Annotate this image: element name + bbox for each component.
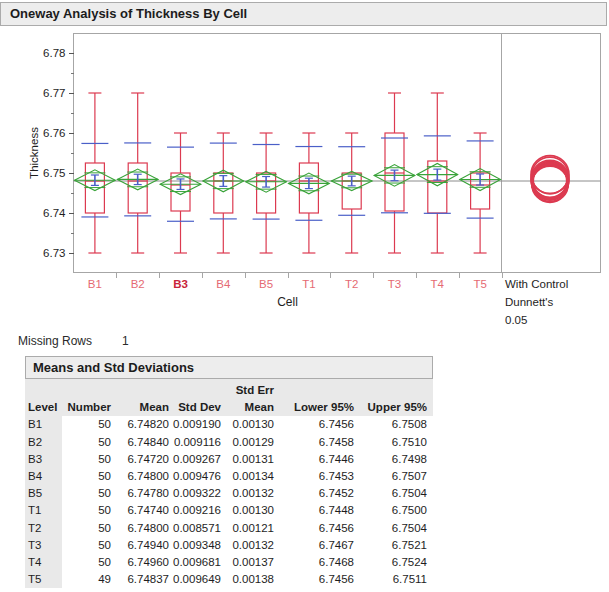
value-cell: 0.00121 <box>224 520 277 537</box>
value-cell: 6.7524 <box>357 554 430 571</box>
means-table-panel: Means and Std Deviations Std ErrLevelNum… <box>25 356 433 588</box>
table-row: B2506.748400.0091160.001296.74586.7510 <box>25 434 433 451</box>
boxplot-group-B4[interactable] <box>203 133 244 253</box>
table-row: B4506.748000.0094760.001346.74536.7507 <box>25 468 433 485</box>
x-tick-label-T5[interactable]: T5 <box>473 278 486 290</box>
means-table-body: B1506.748200.0091900.001306.74566.7508B2… <box>25 416 433 588</box>
boxplot-group-T4[interactable] <box>417 93 458 253</box>
value-cell: 6.7453 <box>277 468 357 485</box>
value-cell: Mean <box>114 399 172 416</box>
table-row: B3506.747200.0092670.001316.74466.7498 <box>25 451 433 468</box>
value-cell: 0.009267 <box>172 451 224 468</box>
value-cell: 6.7456 <box>277 571 357 588</box>
y-tick-label: 6.75 <box>43 167 65 179</box>
value-cell: 6.74800 <box>114 468 172 485</box>
x-tick-label-B4[interactable]: B4 <box>216 278 231 290</box>
x-tick-label-T2[interactable]: T2 <box>345 278 358 290</box>
boxplot-group-T2[interactable] <box>331 133 372 253</box>
table-row: B1506.748200.0091900.001306.74566.7508 <box>25 416 433 433</box>
x-tick-label-T3[interactable]: T3 <box>388 278 401 290</box>
value-cell: 50 <box>62 485 114 502</box>
value-cell <box>62 382 114 399</box>
value-cell: Upper 95% <box>357 399 430 416</box>
value-cell: 0.009476 <box>172 468 224 485</box>
value-cell: Std Err <box>224 382 277 399</box>
level-cell: T5 <box>25 571 62 588</box>
value-cell: 6.74720 <box>114 451 172 468</box>
boxplot-group-T1[interactable] <box>289 133 330 253</box>
value-cell: 0.00129 <box>224 434 277 451</box>
value-cell: 6.7508 <box>357 416 430 433</box>
x-tick-label-T1[interactable]: T1 <box>302 278 315 290</box>
boxplot-group-T5[interactable] <box>460 133 501 253</box>
value-cell: 0.009322 <box>172 485 224 502</box>
table-row: T5496.748370.0096490.001386.74566.7511 <box>25 571 433 588</box>
value-cell: Number <box>62 399 114 416</box>
value-cell <box>357 382 430 399</box>
level-cell: T2 <box>25 520 62 537</box>
value-cell: 6.7446 <box>277 451 357 468</box>
value-cell: 0.00137 <box>224 554 277 571</box>
value-cell: 6.74780 <box>114 485 172 502</box>
table-row: B5506.747800.0093220.001326.74526.7504 <box>25 485 433 502</box>
boxplot-group-B3[interactable] <box>160 133 201 253</box>
value-cell: Lower 95% <box>277 399 357 416</box>
value-cell: 6.7511 <box>357 571 430 588</box>
boxplot-group-B2[interactable] <box>117 93 158 253</box>
value-cell: 50 <box>62 468 114 485</box>
value-cell: 50 <box>62 451 114 468</box>
missing-rows-label: Missing Rows <box>18 334 92 348</box>
table-row: T1506.747400.0092160.001306.74486.7500 <box>25 502 433 519</box>
level-cell: Level <box>25 399 62 416</box>
boxplot-group-B1[interactable] <box>75 93 116 253</box>
value-cell: 6.7448 <box>277 502 357 519</box>
level-cell <box>25 382 62 399</box>
value-cell: 6.74820 <box>114 416 172 433</box>
value-cell: 6.7504 <box>357 485 430 502</box>
value-cell: 6.74800 <box>114 520 172 537</box>
table-row: T3506.749400.0093480.001326.74676.7521 <box>25 537 433 554</box>
value-cell: 6.7456 <box>277 416 357 433</box>
oneway-panel-title: Oneway Analysis of Thickness By Cell <box>10 6 247 21</box>
value-cell: 50 <box>62 537 114 554</box>
means-table-header[interactable]: Means and Std Deviations <box>25 356 433 379</box>
table-row: T4506.749600.0096810.001376.74686.7524 <box>25 554 433 571</box>
value-cell: 49 <box>62 571 114 588</box>
quantile-box[interactable] <box>128 163 147 213</box>
table-row: T2506.748000.0085710.001216.74566.7504 <box>25 520 433 537</box>
oneway-boxplot-chart[interactable]: 6.736.746.756.766.776.78B1B2B3B4B5T1T2T3… <box>0 28 609 330</box>
value-cell: 6.74960 <box>114 554 172 571</box>
x-tick-label-T4[interactable]: T4 <box>431 278 445 290</box>
value-cell: 0.009649 <box>172 571 224 588</box>
means-table-column-headers: Std ErrLevelNumberMeanStd DevMeanLower 9… <box>25 379 433 416</box>
value-cell: 6.7504 <box>357 520 430 537</box>
x-tick-label-B5[interactable]: B5 <box>259 278 273 290</box>
y-axis-title: Thickness <box>28 127 40 179</box>
value-cell: 0.00131 <box>224 451 277 468</box>
value-cell: 0.009190 <box>172 416 224 433</box>
oneway-panel-header[interactable]: Oneway Analysis of Thickness By Cell <box>0 2 607 26</box>
value-cell: 6.7458 <box>277 434 357 451</box>
value-cell <box>172 382 224 399</box>
y-tick-label: 6.73 <box>43 247 65 259</box>
y-tick-label: 6.78 <box>43 47 65 59</box>
value-cell: 0.008571 <box>172 520 224 537</box>
value-cell: 0.00132 <box>224 485 277 502</box>
value-cell <box>114 382 172 399</box>
x-tick-label-B3[interactable]: B3 <box>173 278 188 290</box>
missing-rows-value: 1 <box>122 334 129 348</box>
value-cell: 6.7507 <box>357 468 430 485</box>
value-cell: 6.7456 <box>277 520 357 537</box>
boxplot-group-B5[interactable] <box>246 133 287 253</box>
y-tick-label: 6.74 <box>43 207 66 219</box>
value-cell: 6.7468 <box>277 554 357 571</box>
x-tick-label-B2[interactable]: B2 <box>131 278 145 290</box>
value-cell: 6.74837 <box>114 571 172 588</box>
value-cell: 50 <box>62 520 114 537</box>
boxplot-group-T3[interactable] <box>374 93 415 253</box>
comparison-method-label-line: Dunnett's <box>505 296 553 308</box>
level-cell: B5 <box>25 485 62 502</box>
level-cell: B3 <box>25 451 62 468</box>
x-tick-label-B1[interactable]: B1 <box>88 278 102 290</box>
value-cell: 6.7521 <box>357 537 430 554</box>
